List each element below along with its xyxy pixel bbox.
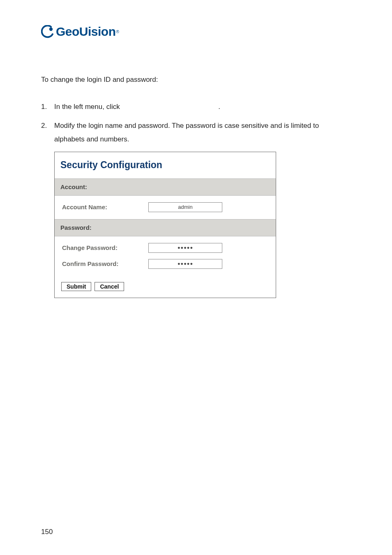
brand-logo: GeoUision ® (41, 25, 351, 39)
svg-point-0 (49, 28, 53, 31)
step-2-number: 2. (41, 119, 54, 132)
confirm-password-label: Confirm Password: (62, 258, 148, 270)
step-1-tail: . (218, 103, 220, 111)
submit-button[interactable]: Submit (61, 282, 91, 291)
figure-title: Security Configuration (55, 152, 276, 178)
account-section-header: Account: (55, 178, 276, 196)
step-2: 2. Modify the login name and password. T… (41, 119, 351, 298)
change-password-label: Change Password: (62, 242, 148, 254)
step-1-number: 1. (41, 100, 54, 113)
change-password-input[interactable]: ●●●●● (148, 243, 222, 253)
security-config-figure: Security Configuration Account: Account … (54, 152, 276, 298)
step-1: 1. In the left menu, click . (41, 100, 351, 113)
account-name-label: Account Name: (62, 201, 148, 213)
password-dots: ●●●●● (178, 261, 193, 266)
step-1-text: In the left menu, click (54, 103, 120, 111)
password-dots: ●●●●● (178, 245, 193, 250)
page-number: 150 (41, 528, 53, 536)
brand-logo-reg: ® (116, 30, 119, 34)
account-name-input[interactable]: admin (148, 202, 222, 212)
brand-logo-text: GeoUision (56, 25, 116, 39)
step-2-text: Modify the login name and password. The … (54, 119, 351, 146)
brand-logo-icon (41, 25, 54, 38)
password-section-header: Password: (55, 219, 276, 237)
intro-text: To change the login ID and password: (41, 76, 351, 84)
confirm-password-input[interactable]: ●●●●● (148, 259, 222, 269)
cancel-button[interactable]: Cancel (95, 282, 124, 291)
